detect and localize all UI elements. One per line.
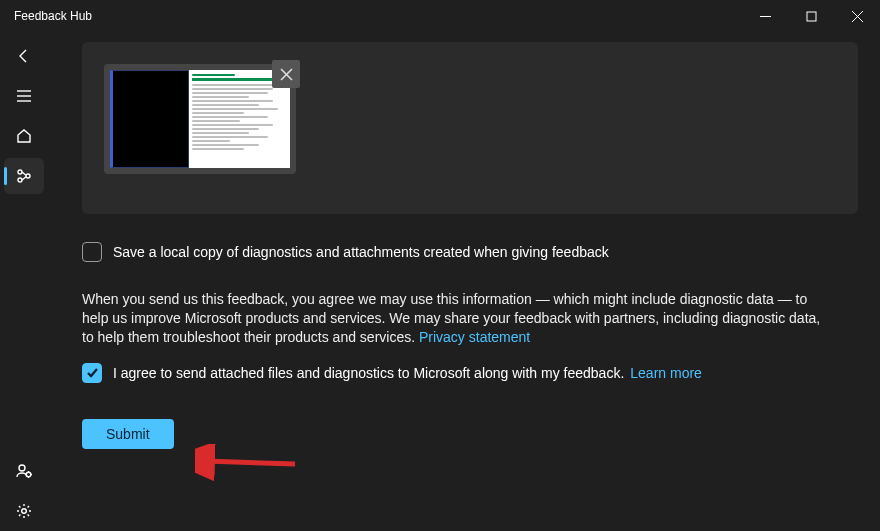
svg-line-10 [22, 172, 26, 175]
svg-point-7 [18, 170, 22, 174]
svg-rect-1 [807, 12, 816, 21]
nav-rail [0, 32, 48, 531]
disclosure-text: When you send us this feedback, you agre… [82, 290, 822, 347]
learn-more-link[interactable]: Learn more [630, 365, 702, 381]
save-local-label: Save a local copy of diagnostics and att… [113, 244, 609, 260]
svg-point-13 [26, 472, 31, 477]
svg-point-12 [19, 465, 25, 471]
app-title: Feedback Hub [0, 9, 92, 23]
nav-back[interactable] [4, 38, 44, 74]
delete-attachment-button[interactable] [272, 60, 300, 88]
consent-row: I agree to send attached files and diagn… [82, 363, 858, 383]
save-local-checkbox[interactable] [82, 242, 102, 262]
attachments-panel [82, 42, 858, 214]
maximize-button[interactable] [788, 0, 834, 32]
minimize-button[interactable] [742, 0, 788, 32]
svg-point-8 [26, 174, 30, 178]
submit-button[interactable]: Submit [82, 419, 174, 449]
screenshot-thumbnail[interactable] [104, 64, 296, 174]
nav-settings[interactable] [4, 493, 44, 529]
svg-point-9 [18, 178, 22, 182]
nav-home[interactable] [4, 118, 44, 154]
consent-checkbox[interactable] [82, 363, 102, 383]
svg-line-11 [22, 177, 26, 180]
privacy-statement-link[interactable]: Privacy statement [419, 329, 530, 345]
nav-menu[interactable] [4, 78, 44, 114]
title-bar: Feedback Hub [0, 0, 880, 32]
save-local-row: Save a local copy of diagnostics and att… [82, 242, 858, 262]
close-button[interactable] [834, 0, 880, 32]
nav-feedback[interactable] [4, 158, 44, 194]
consent-label: I agree to send attached files and diagn… [113, 365, 624, 381]
main-content: Save a local copy of diagnostics and att… [48, 32, 880, 531]
svg-point-14 [22, 509, 27, 514]
window-controls [742, 0, 880, 32]
nav-account[interactable] [4, 453, 44, 489]
screenshot-preview [110, 70, 290, 168]
